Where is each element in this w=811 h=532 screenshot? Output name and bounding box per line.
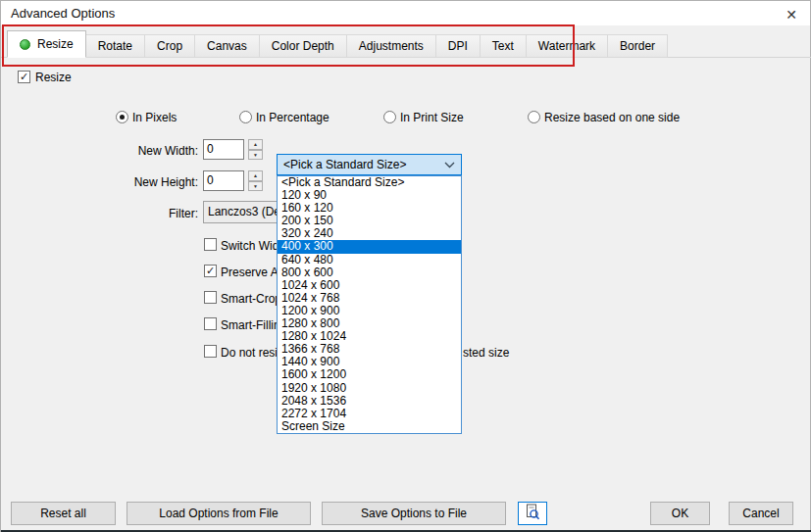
tab-resize[interactable]: Resize (7, 30, 86, 58)
resize-enable-label: Resize (35, 71, 72, 84)
spinner-up-icon[interactable]: ▲ (248, 139, 263, 150)
radio-resize-one-side[interactable] (528, 111, 540, 123)
size-option[interactable]: 1280 x 800 (278, 317, 461, 330)
new-height-label: New Height: (99, 175, 198, 189)
size-option[interactable]: 120 x 90 (278, 189, 461, 202)
spinner-down-icon[interactable]: ▼ (248, 181, 263, 192)
radio-in-print-size-label: In Print Size (400, 111, 464, 124)
size-option[interactable]: Screen Size (278, 420, 461, 433)
document-magnifier-icon (525, 504, 540, 524)
spinner-up-icon[interactable]: ▲ (248, 170, 263, 181)
size-option[interactable]: 1280 x 1024 (278, 330, 461, 343)
do-not-resize-label: Do not resiz (221, 346, 283, 360)
chevron-down-icon (444, 158, 455, 171)
radio-in-pixels-label: In Pixels (132, 111, 177, 124)
smart-filling-checkbox[interactable] (204, 317, 217, 330)
new-width-input[interactable]: 0 (203, 139, 244, 160)
size-option[interactable]: <Pick a Standard Size> (278, 176, 461, 189)
size-option[interactable]: 1366 x 768 (278, 343, 461, 356)
tab-color-depth[interactable]: Color Depth (259, 34, 347, 58)
checkmark-icon: ✓ (20, 71, 28, 82)
switch-width-height-checkbox[interactable] (204, 238, 217, 251)
tab-label: Crop (157, 39, 182, 53)
save-options-button[interactable]: Save Options to File (322, 502, 506, 525)
reset-all-button[interactable]: Reset all (11, 502, 116, 525)
close-icon[interactable]: ✕ (781, 5, 802, 24)
tab-rotate[interactable]: Rotate (85, 34, 145, 58)
spinner-down-icon[interactable]: ▼ (248, 150, 263, 161)
radio-resize-one-side-label: Resize based on one side (544, 111, 680, 124)
standard-size-dropdown-list: <Pick a Standard Size> 120 x 90 160 x 12… (277, 175, 462, 434)
tab-label: Text (492, 39, 514, 53)
tab-canvas[interactable]: Canvas (194, 34, 260, 58)
tab-label: Border (620, 39, 655, 53)
new-height-stepper: ▲ ▼ (248, 170, 263, 191)
smart-cropping-checkbox[interactable] (204, 291, 217, 304)
tab-bar: Resize Rotate Crop Canvas Color Depth Ad… (7, 31, 667, 58)
ok-button[interactable]: OK (650, 502, 710, 525)
cancel-button[interactable]: Cancel (729, 502, 793, 525)
size-option[interactable]: 1440 x 900 (278, 356, 461, 368)
do-not-resize-label-continuation: sted size (463, 346, 509, 360)
size-option[interactable]: 1200 x 900 (278, 305, 461, 317)
tab-label: Color Depth (272, 39, 334, 53)
radio-in-percentage-label: In Percentage (256, 111, 329, 124)
size-option[interactable]: 800 x 600 (278, 266, 461, 279)
size-option[interactable]: 1600 x 1200 (278, 368, 461, 381)
size-option[interactable]: 160 x 120 (278, 202, 461, 215)
tab-border[interactable]: Border (607, 34, 668, 58)
title-bar: Advanced Options ✕ (1, 1, 810, 25)
size-option[interactable]: 1024 x 600 (278, 279, 461, 292)
do-not-resize-checkbox[interactable] (204, 345, 217, 358)
tab-label: Watermark (538, 39, 595, 53)
load-options-button[interactable]: Load Options from File (127, 502, 311, 525)
dialog-title: Advanced Options (11, 6, 115, 21)
new-width-stepper: ▲ ▼ (248, 139, 263, 160)
size-option[interactable]: 640 x 480 (278, 254, 461, 266)
preview-button[interactable] (518, 502, 547, 525)
size-option[interactable]: 320 x 240 (278, 227, 461, 240)
size-option[interactable]: 2272 x 1704 (278, 408, 461, 420)
filter-label: Filter: (119, 207, 198, 220)
tab-label: DPI (448, 39, 468, 53)
tab-crop[interactable]: Crop (144, 34, 195, 58)
size-option[interactable]: 200 x 150 (278, 215, 461, 227)
size-option-selected[interactable]: 400 x 300 (278, 240, 461, 253)
checkmark-icon: ✓ (206, 265, 215, 276)
tab-watermark[interactable]: Watermark (526, 34, 608, 58)
radio-in-pixels[interactable] (116, 111, 128, 123)
radio-in-percentage[interactable] (239, 111, 252, 123)
tab-label: Canvas (207, 39, 247, 53)
preserve-aspect-label: Preserve As (221, 266, 284, 279)
standard-size-value: <Pick a Standard Size> (283, 158, 406, 171)
standard-size-combobox[interactable]: <Pick a Standard Size> (277, 154, 462, 175)
tab-text[interactable]: Text (480, 34, 527, 58)
preserve-aspect-checkbox[interactable]: ✓ (204, 265, 217, 277)
new-width-label: New Width: (99, 144, 198, 158)
new-height-input[interactable]: 0 (203, 170, 244, 191)
size-option[interactable]: 2048 x 1536 (278, 395, 461, 408)
radio-in-print-size[interactable] (383, 111, 396, 123)
tab-label: Rotate (98, 39, 132, 53)
tab-adjustments[interactable]: Adjustments (346, 34, 436, 58)
active-tab-dot-icon (20, 39, 30, 50)
advanced-options-dialog: Advanced Options ✕ Resize Rotate Crop Ca… (0, 0, 811, 532)
tab-dpi[interactable]: DPI (435, 34, 481, 58)
tab-label: Resize (37, 37, 74, 51)
resize-enable-checkbox[interactable]: ✓ (18, 71, 30, 83)
size-option[interactable]: 1920 x 1080 (278, 382, 461, 395)
tab-label: Adjustments (359, 39, 424, 53)
size-option[interactable]: 1024 x 768 (278, 292, 461, 305)
